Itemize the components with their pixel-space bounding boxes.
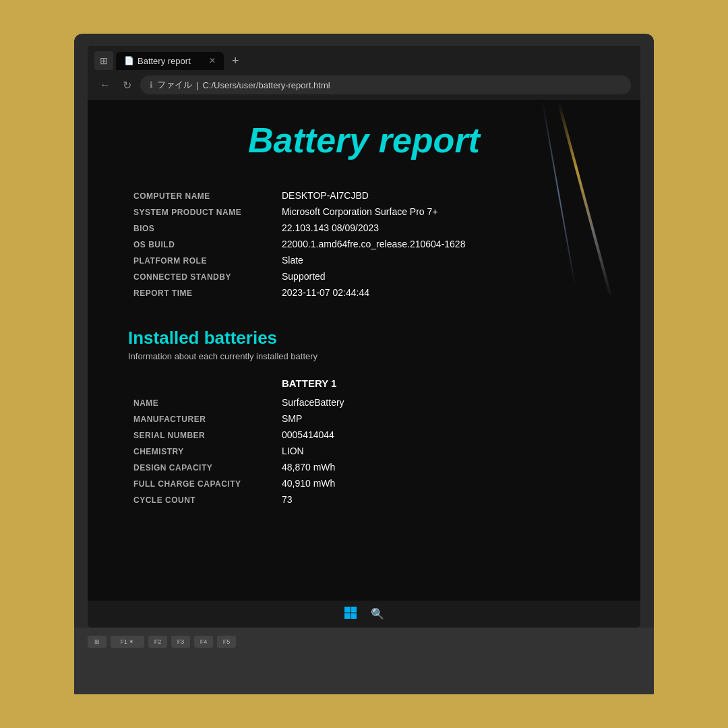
laptop-frame: ⊞ 📄 Battery report ✕ + ← ↻ ℹ ファイル | C:/U… (74, 34, 654, 694)
tab-title: Battery report (138, 56, 191, 66)
table-row: CYCLE COUNT 73 (128, 491, 600, 508)
row-value: Supported (276, 268, 600, 284)
row-value: Microsoft Corporation Surface Pro 7+ (276, 204, 600, 220)
table-row: SERIAL NUMBER 0005414044 (128, 427, 600, 443)
svg-rect-2 (344, 613, 351, 619)
key-win: ⊞ (88, 636, 107, 648)
page-title: Battery report (128, 120, 600, 160)
table-row: REPORT TIME 2023-11-07 02:44:44 (128, 284, 600, 301)
table-row: FULL CHARGE CAPACITY 40,910 mWh (128, 475, 600, 491)
address-protocol: ファイル (157, 79, 192, 91)
search-taskbar-button[interactable]: 🔍 (371, 607, 384, 620)
batteries-section-subtitle: Information about each currently install… (128, 351, 600, 361)
row-label: NAME (128, 394, 276, 411)
batteries-section-title: Installed batteries (128, 328, 600, 348)
row-label: DESIGN CAPACITY (128, 459, 276, 475)
row-label: FULL CHARGE CAPACITY (128, 475, 276, 491)
browser-chrome: ⊞ 📄 Battery report ✕ + ← ↻ ℹ ファイル | C:/U… (88, 46, 640, 100)
browser-tab[interactable]: 📄 Battery report ✕ (116, 52, 224, 70)
reload-button[interactable]: ↻ (119, 79, 135, 92)
tab-close-button[interactable]: ✕ (209, 56, 216, 65)
row-value: 40,910 mWh (276, 475, 600, 491)
key-f2: F2 (148, 636, 167, 648)
taskbar: 🔍 (88, 601, 640, 628)
table-row: NAME SurfaceBattery (128, 394, 600, 411)
tab-favicon: 📄 (124, 56, 133, 65)
address-bar[interactable]: ℹ ファイル | C:/Users/user/battery-report.ht… (140, 75, 631, 94)
row-label: CHEMISTRY (128, 443, 276, 459)
row-label: BIOS (128, 220, 276, 236)
row-value: 22000.1.amd64fre.co_release.210604-1628 (276, 236, 600, 252)
back-button[interactable]: ← (97, 79, 113, 91)
browser-window: ⊞ 📄 Battery report ✕ + ← ↻ ℹ ファイル | C:/U… (88, 46, 640, 628)
system-info-table: COMPUTER NAME DESKTOP-AI7CJBD SYSTEM PRO… (128, 187, 600, 301)
tab-bar: ⊞ 📄 Battery report ✕ + (94, 51, 634, 70)
battery-label: BATTERY 1 (276, 375, 600, 394)
battery-info-table: BATTERY 1 NAME SurfaceBattery MANUFACTUR… (128, 375, 600, 508)
row-value: DESKTOP-AI7CJBD (276, 187, 600, 204)
svg-rect-1 (351, 607, 357, 613)
table-row: BATTERY 1 (128, 375, 600, 394)
browser-content: Battery report COMPUTER NAME DESKTOP-AI7… (88, 100, 640, 601)
address-path: C:/Users/user/battery-report.html (202, 80, 330, 90)
address-separator: | (196, 80, 198, 90)
table-row: BIOS 22.103.143 08/09/2023 (128, 220, 600, 236)
row-label: COMPUTER NAME (128, 187, 276, 204)
row-value: SMP (276, 411, 600, 427)
protocol-icon: ℹ (150, 80, 153, 90)
table-row: SYSTEM PRODUCT NAME Microsoft Corporatio… (128, 204, 600, 220)
table-row: COMPUTER NAME DESKTOP-AI7CJBD (128, 187, 600, 204)
key-f4: F4 (194, 636, 213, 648)
key-f1: F1 ✶ (111, 636, 144, 648)
table-row: CONNECTED STANDBY Supported (128, 268, 600, 284)
key-f3: F3 (171, 636, 190, 648)
row-label: OS BUILD (128, 236, 276, 252)
table-row: MANUFACTURER SMP (128, 411, 600, 427)
svg-rect-0 (344, 607, 351, 613)
row-label: CYCLE COUNT (128, 491, 276, 508)
table-row: DESIGN CAPACITY 48,870 mWh (128, 459, 600, 475)
row-label: SYSTEM PRODUCT NAME (128, 204, 276, 220)
new-tab-button[interactable]: + (226, 54, 245, 68)
row-value: 48,870 mWh (276, 459, 600, 475)
table-row: CHEMISTRY LION (128, 443, 600, 459)
row-value: 2023-11-07 02:44:44 (276, 284, 600, 301)
row-label: SERIAL NUMBER (128, 427, 276, 443)
row-value: 73 (276, 491, 600, 508)
windows-start-button[interactable] (344, 606, 357, 622)
row-label: PLATFORM ROLE (128, 252, 276, 268)
row-value: LION (276, 443, 600, 459)
svg-rect-3 (351, 613, 357, 619)
installed-batteries-section: Installed batteries Information about ea… (128, 328, 600, 508)
table-row: OS BUILD 22000.1.amd64fre.co_release.210… (128, 236, 600, 252)
row-value: 22.103.143 08/09/2023 (276, 220, 600, 236)
system-info-section: COMPUTER NAME DESKTOP-AI7CJBD SYSTEM PRO… (128, 187, 600, 301)
row-label: REPORT TIME (128, 284, 276, 301)
row-label: CONNECTED STANDBY (128, 268, 276, 284)
row-value: 0005414044 (276, 427, 600, 443)
row-label: MANUFACTURER (128, 411, 276, 427)
row-value: SurfaceBattery (276, 394, 600, 411)
key-f5: F5 (217, 636, 236, 648)
keyboard: ⊞ F1 ✶ F2 F3 F4 F5 (74, 628, 654, 694)
address-bar-row: ← ↻ ℹ ファイル | C:/Users/user/battery-repor… (94, 70, 634, 100)
table-row: PLATFORM ROLE Slate (128, 252, 600, 268)
sidebar-toggle[interactable]: ⊞ (94, 51, 113, 70)
row-value: Slate (276, 252, 600, 268)
row-label (128, 375, 276, 394)
